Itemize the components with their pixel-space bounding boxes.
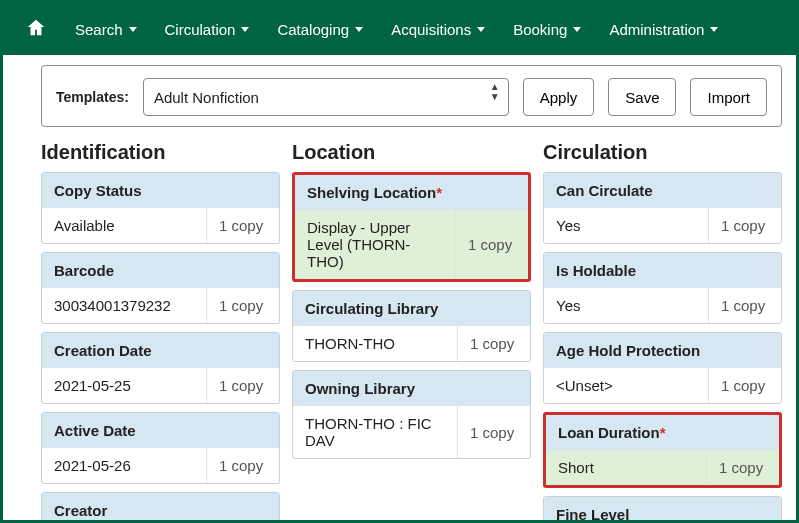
card-header: Copy Status <box>42 173 279 208</box>
card-count: 1 copy <box>207 288 279 323</box>
card-value: Short <box>546 450 707 485</box>
card-row[interactable]: 2021-05-25 1 copy <box>42 368 279 403</box>
card-header: Is Holdable <box>544 253 781 288</box>
card-can-circulate: Can Circulate Yes 1 copy <box>543 172 782 244</box>
import-button[interactable]: Import <box>690 78 767 116</box>
card-creation-date: Creation Date 2021-05-25 1 copy <box>41 332 280 404</box>
card-row[interactable]: <Unset> 1 copy <box>544 368 781 403</box>
card-value: 2021-05-25 <box>42 368 207 403</box>
card-value: Available <box>42 208 207 243</box>
main-columns: Identification Copy Status Available 1 c… <box>41 141 782 523</box>
card-header: Loan Duration* <box>546 415 779 450</box>
card-header: Active Date <box>42 413 279 448</box>
nav-booking[interactable]: Booking <box>499 13 595 46</box>
top-navbar: Search Circulation Cataloging Acquisitio… <box>3 3 796 55</box>
card-header: Creator <box>42 493 279 523</box>
card-count: 1 copy <box>458 406 530 458</box>
location-column: Location Shelving Location* Display - Up… <box>292 141 531 523</box>
card-row[interactable]: Available 1 copy <box>42 208 279 243</box>
card-loan-duration: Loan Duration* Short 1 copy <box>543 412 782 488</box>
card-row[interactable]: 2021-05-26 1 copy <box>42 448 279 483</box>
apply-button[interactable]: Apply <box>523 78 595 116</box>
card-row[interactable]: Yes 1 copy <box>544 208 781 243</box>
card-value: <Unset> <box>544 368 709 403</box>
chevron-down-icon <box>241 27 249 32</box>
card-header: Age Hold Protection <box>544 333 781 368</box>
card-count: 1 copy <box>707 450 779 485</box>
nav-administration[interactable]: Administration <box>595 13 732 46</box>
card-active-date: Active Date 2021-05-26 1 copy <box>41 412 280 484</box>
card-header: Fine Level <box>544 497 781 523</box>
col-title-identification: Identification <box>41 141 280 164</box>
card-header: Circulating Library <box>293 291 530 326</box>
template-select[interactable]: Adult Nonfiction ▲▼ <box>143 78 509 116</box>
template-selected-value: Adult Nonfiction <box>154 89 259 106</box>
card-header: Barcode <box>42 253 279 288</box>
card-row[interactable]: Display - Upper Level (THORN-THO) 1 copy <box>295 210 528 279</box>
chevron-down-icon <box>710 27 718 32</box>
card-header: Owning Library <box>293 371 530 406</box>
card-copy-status: Copy Status Available 1 copy <box>41 172 280 244</box>
card-row[interactable]: 30034001379232 1 copy <box>42 288 279 323</box>
nav-acquisitions[interactable]: Acquisitions <box>377 13 499 46</box>
col-title-circulation: Circulation <box>543 141 782 164</box>
card-count: 1 copy <box>709 208 781 243</box>
card-barcode: Barcode 30034001379232 1 copy <box>41 252 280 324</box>
templates-toolbar: Templates: Adult Nonfiction ▲▼ Apply Sav… <box>41 65 782 127</box>
templates-label: Templates: <box>56 89 129 105</box>
card-count: 1 copy <box>207 368 279 403</box>
card-count: 1 copy <box>709 288 781 323</box>
card-row[interactable]: Yes 1 copy <box>544 288 781 323</box>
card-row[interactable]: THORN-THO : FIC DAV 1 copy <box>293 406 530 458</box>
card-value: 30034001379232 <box>42 288 207 323</box>
card-circulating-library: Circulating Library THORN-THO 1 copy <box>292 290 531 362</box>
nav-cataloging[interactable]: Cataloging <box>263 13 377 46</box>
card-age-hold-protection: Age Hold Protection <Unset> 1 copy <box>543 332 782 404</box>
required-marker: * <box>436 184 442 201</box>
identification-column: Identification Copy Status Available 1 c… <box>41 141 280 523</box>
card-value: Yes <box>544 288 709 323</box>
card-value: 2021-05-26 <box>42 448 207 483</box>
card-is-holdable: Is Holdable Yes 1 copy <box>543 252 782 324</box>
nav-search[interactable]: Search <box>61 13 151 46</box>
card-header: Can Circulate <box>544 173 781 208</box>
card-value: THORN-THO <box>293 326 458 361</box>
save-button[interactable]: Save <box>608 78 676 116</box>
card-shelving-location: Shelving Location* Display - Upper Level… <box>292 172 531 282</box>
chevron-down-icon <box>573 27 581 32</box>
nav-circulation[interactable]: Circulation <box>151 13 264 46</box>
chevron-down-icon <box>477 27 485 32</box>
card-creator: Creator <box>41 492 280 523</box>
chevron-down-icon <box>355 27 363 32</box>
circulation-column: Circulation Can Circulate Yes 1 copy Is … <box>543 141 782 523</box>
card-count: 1 copy <box>207 208 279 243</box>
card-row[interactable]: Short 1 copy <box>546 450 779 485</box>
card-value: Yes <box>544 208 709 243</box>
card-count: 1 copy <box>458 326 530 361</box>
col-title-location: Location <box>292 141 531 164</box>
home-icon[interactable] <box>11 17 61 42</box>
required-marker: * <box>660 424 666 441</box>
card-header: Shelving Location* <box>295 175 528 210</box>
card-value: Display - Upper Level (THORN-THO) <box>295 210 456 279</box>
select-spinner-icon[interactable]: ▲▼ <box>490 82 500 102</box>
card-count: 1 copy <box>207 448 279 483</box>
card-count: 1 copy <box>456 210 528 279</box>
card-fine-level: Fine Level <box>543 496 782 523</box>
chevron-down-icon <box>129 27 137 32</box>
card-owning-library: Owning Library THORN-THO : FIC DAV 1 cop… <box>292 370 531 459</box>
card-value: THORN-THO : FIC DAV <box>293 406 458 458</box>
card-row[interactable]: THORN-THO 1 copy <box>293 326 530 361</box>
card-header: Creation Date <box>42 333 279 368</box>
card-count: 1 copy <box>709 368 781 403</box>
